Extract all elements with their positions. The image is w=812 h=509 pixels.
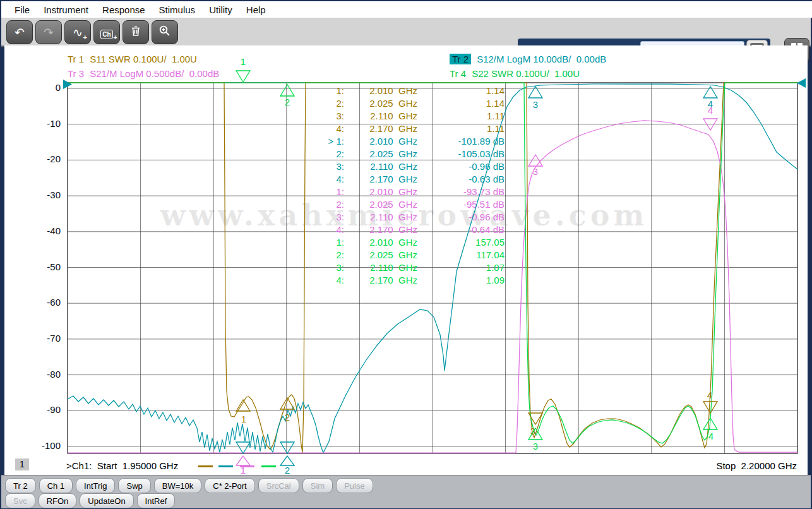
marker-table-cell: 2.170 GHz bbox=[344, 174, 417, 184]
marker-table-cell: 2.010 GHz bbox=[344, 85, 417, 96]
marker-table-cell: -0.64 dB bbox=[417, 224, 505, 235]
status-tr2-button[interactable]: Tr 2 bbox=[5, 478, 36, 493]
marker-table-cell: 2.110 GHz bbox=[344, 111, 417, 121]
status-intref-button[interactable]: IntRef bbox=[137, 493, 176, 508]
marker-table-cell: 2.025 GHz bbox=[344, 148, 417, 159]
marker-table-cell: 1.07 bbox=[417, 262, 505, 273]
status-sim-button[interactable]: Sim bbox=[302, 478, 333, 493]
zoom-button[interactable] bbox=[152, 20, 178, 44]
menu-file[interactable]: File bbox=[8, 3, 37, 17]
trash-icon bbox=[129, 25, 142, 40]
marker-table-row: 3:2.110 GHz1.07 bbox=[313, 261, 505, 273]
marker-table-cell: -101.89 dB bbox=[417, 136, 505, 147]
trace4-id: Tr 4 bbox=[450, 68, 466, 79]
marker-table-cell: 2.170 GHz bbox=[344, 123, 417, 134]
marker-table-cell: 3: bbox=[313, 161, 344, 172]
redo-icon: ↷ bbox=[44, 27, 54, 39]
marker-table-cell: 2: bbox=[313, 148, 344, 159]
trace2-label[interactable]: Tr 2 S12/M LogM 10.00dB/ 0.00dB bbox=[450, 54, 606, 64]
y-axis-tick: -90 bbox=[19, 404, 61, 415]
marker-table-row: 3:2.110 GHz-0.96 dB bbox=[313, 210, 505, 223]
status-svc-button[interactable]: Svc bbox=[5, 493, 35, 508]
marker-table-cell: 2: bbox=[313, 249, 344, 260]
trace2-id-active: Tr 2 bbox=[450, 54, 471, 64]
marker-table-row: 4:2.170 GHz1.11 bbox=[313, 122, 505, 135]
marker-table-cell: 2.010 GHz bbox=[344, 237, 417, 248]
marker-table-cell: 2: bbox=[313, 98, 344, 109]
marker-table-cell: 2.110 GHz bbox=[344, 262, 417, 273]
marker-table-cell: -93.73 dB bbox=[417, 186, 505, 197]
stop-frequency-text: Stop 2.20000 GHz bbox=[669, 460, 797, 471]
trace4-label[interactable]: Tr 4 S22 SWR 0.100U/ 1.00U bbox=[450, 68, 580, 79]
marker-table-cell: 2.170 GHz bbox=[344, 275, 417, 285]
marker-table-cell: -0.96 dB bbox=[417, 161, 505, 172]
marker-table-cell: 117.04 bbox=[417, 249, 505, 260]
status-row-2: Svc RFOn UpdateOn IntRef bbox=[5, 493, 175, 508]
marker-table-cell: -95.51 dB bbox=[417, 199, 505, 210]
marker-table-row: 3:2.110 GHz-0.96 dB bbox=[313, 160, 505, 172]
menu-response[interactable]: Response bbox=[95, 3, 152, 17]
marker-table-row: 2:2.025 GHz-95.51 dB bbox=[313, 198, 505, 210]
marker-table-row: 3:2.110 GHz1.11 bbox=[313, 109, 505, 122]
redo-button[interactable]: ↷ bbox=[35, 20, 62, 44]
marker-table-row: 4:2.170 GHz1.09 bbox=[313, 273, 505, 286]
y-axis-tick: -60 bbox=[19, 297, 61, 308]
add-trace-button[interactable]: ∿+ bbox=[64, 20, 91, 44]
status-inttrig-button[interactable]: IntTrig bbox=[76, 478, 115, 493]
add-trace-icon: ∿+ bbox=[73, 27, 83, 39]
marker-table-cell: 2.025 GHz bbox=[344, 199, 417, 210]
marker-table-cell: 4: bbox=[313, 275, 344, 285]
status-srccal-button[interactable]: SrcCal bbox=[258, 478, 299, 493]
marker-table-cell: 4: bbox=[313, 224, 344, 235]
status-swp-button[interactable]: Swp bbox=[118, 478, 150, 493]
status-pulse-button[interactable]: Pulse bbox=[336, 478, 373, 493]
trace1-label[interactable]: Tr 1 S11 SWR 0.100U/ 1.00U bbox=[68, 54, 197, 64]
marker-table-cell: 2.170 GHz bbox=[344, 224, 417, 235]
status-ch1-button[interactable]: Ch 1 bbox=[39, 478, 73, 493]
trace4-desc: S22 SWR 0.100U/ 1.00U bbox=[472, 68, 580, 79]
undo-button[interactable]: ↶ bbox=[6, 20, 33, 44]
trace1-desc: S11 SWR 0.100U/ 1.00U bbox=[90, 54, 197, 64]
add-channel-button[interactable]: Ch+ bbox=[93, 20, 120, 44]
marker-table-cell: 3: bbox=[313, 111, 344, 121]
marker-table-row: 2:2.025 GHz-105.03 dB bbox=[313, 147, 505, 160]
status-bw-button[interactable]: BW=10k bbox=[154, 478, 202, 493]
marker-table-row: 1:2.010 GHz-93.73 dB bbox=[313, 185, 505, 198]
marker-table-row: > 1:2.010 GHz-101.89 dB bbox=[313, 135, 505, 147]
marker-table-cell: -0.63 dB bbox=[417, 174, 505, 184]
trace3-label[interactable]: Tr 3 S21/M LogM 0.500dB/ 0.00dB bbox=[68, 68, 219, 79]
vna-application-window: { "menu": {"items": ["File", "Instrument… bbox=[0, 0, 812, 509]
marker-table-cell: -105.03 dB bbox=[417, 148, 505, 159]
status-cal-button[interactable]: C* 2-Port bbox=[205, 478, 254, 493]
status-rfon-button[interactable]: RFOn bbox=[39, 493, 77, 508]
marker-table-cell: 1: bbox=[313, 85, 344, 96]
marker-table-cell: 2.025 GHz bbox=[344, 249, 417, 260]
menu-utility[interactable]: Utility bbox=[202, 3, 239, 17]
trace3-desc: S21/M LogM 0.500dB/ 0.00dB bbox=[90, 68, 219, 79]
marker-table-row: 1:2.010 GHz157.05 bbox=[313, 236, 505, 248]
legend-dash-tr3 bbox=[240, 465, 254, 467]
marker-table-cell: -0.96 dB bbox=[417, 212, 505, 222]
y-axis-tick: -100 bbox=[19, 440, 61, 451]
marker-table-cell: 157.05 bbox=[417, 237, 505, 248]
marker-table-cell: 1.11 bbox=[417, 123, 505, 134]
y-axis-tick: -30 bbox=[19, 189, 61, 200]
menu-stimulus[interactable]: Stimulus bbox=[152, 3, 203, 17]
legend-dash-tr1 bbox=[198, 465, 213, 467]
marker-table-row: 2:2.025 GHz1.14 bbox=[313, 97, 505, 109]
marker-table-cell: 1: bbox=[313, 237, 344, 248]
menu-instrument[interactable]: Instrument bbox=[37, 3, 95, 17]
status-updateon-button[interactable]: UpdateOn bbox=[80, 493, 133, 508]
legend-dash-tr2 bbox=[218, 465, 233, 467]
y-axis-tick: 0 bbox=[19, 82, 61, 93]
marker-table-row: 1:2.010 GHz1.14 bbox=[313, 84, 505, 97]
channel-indicator[interactable]: 1 bbox=[15, 458, 29, 470]
status-row-1: Tr 2 Ch 1 IntTrig Swp BW=10k C* 2-Port S… bbox=[5, 478, 373, 493]
trace1-id: Tr 1 bbox=[68, 54, 84, 64]
delete-button[interactable] bbox=[122, 20, 149, 44]
marker-table-cell: 2.025 GHz bbox=[344, 98, 417, 109]
menu-help[interactable]: Help bbox=[239, 3, 273, 17]
magnifier-icon bbox=[158, 25, 171, 40]
undo-icon: ↶ bbox=[15, 27, 25, 39]
marker-table-cell: 3: bbox=[313, 212, 344, 222]
